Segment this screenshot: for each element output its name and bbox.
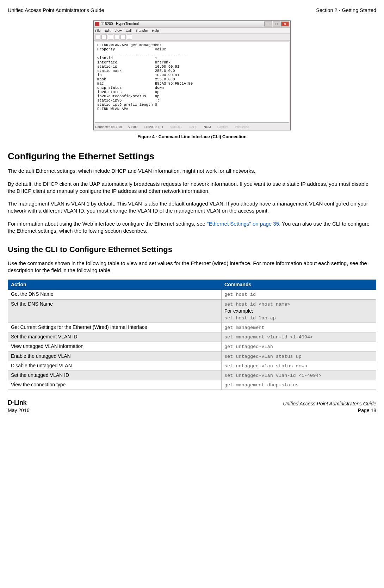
table-row: Get the DNS Name get host id	[8, 290, 376, 299]
col-commands: Commands	[222, 280, 376, 290]
toolbar-icon[interactable]	[101, 35, 107, 39]
cell-action: Enable the untagged VLAN	[8, 351, 222, 361]
cell-action: View the connection type	[8, 380, 222, 390]
table-row: Disable the untagged VLAN set untagged-v…	[8, 361, 376, 370]
toolbar-icon[interactable]	[127, 35, 132, 39]
toolbar-icon[interactable]	[95, 35, 100, 39]
col-action: Action	[8, 280, 222, 290]
footer-right: Unified Access Point Administrator's Gui…	[283, 400, 376, 414]
app-icon	[95, 22, 99, 26]
figure-caption: Figure 4 - Command Line Interface (CLI) …	[8, 134, 376, 140]
text: For information about using the Web inte…	[8, 221, 207, 227]
figure-cli: 115200 - HyperTerminal — □ ✕ File Edit V…	[8, 20, 376, 140]
table-row: Enable the untagged VLAN set untagged-vl…	[8, 351, 376, 361]
toolbar-icon[interactable]	[108, 35, 113, 39]
menu-file[interactable]: File	[95, 29, 100, 32]
minimize-button[interactable]: —	[264, 22, 272, 26]
table-header-row: Action Commands	[8, 280, 376, 290]
toolbar-icon[interactable]	[120, 35, 126, 39]
paragraph: The default Ethernet settings, which inc…	[8, 167, 376, 174]
cmd-text: get management dhcp-status	[224, 382, 299, 388]
heading-configuring: Configuring the Ethernet Settings	[8, 150, 376, 163]
cell-command: get host id	[222, 290, 376, 299]
footer-left: D-Link May 2016	[8, 398, 29, 414]
status-caps: CAPS	[189, 125, 198, 129]
status-num: NUM	[204, 125, 211, 129]
window-titlebar: 115200 - HyperTerminal — □ ✕	[94, 21, 290, 28]
heading-using-cli: Using the CLI to Configure Ethernet Sett…	[8, 244, 376, 255]
plain-text: For example:	[224, 308, 253, 314]
page-footer: D-Link May 2016 Unified Access Point Adm…	[8, 398, 376, 414]
window-controls: — □ ✕	[264, 22, 289, 26]
menu-help[interactable]: Help	[152, 29, 159, 32]
menu-transfer[interactable]: Transfer	[136, 29, 148, 32]
cmd-text: set untagged-vlan vlan-id <1-4094>	[224, 373, 321, 378]
close-button[interactable]: ✕	[281, 22, 289, 26]
cell-action: Get the DNS Name	[8, 290, 222, 299]
cell-command: get management	[222, 323, 376, 332]
cell-command: set untagged-vlan status down	[222, 361, 376, 370]
footer-date: May 2016	[8, 407, 29, 414]
header-right: Section 2 - Getting Started	[316, 7, 376, 14]
cmd-text: get management	[224, 325, 264, 330]
page-header: Unified Access Point Administrator's Gui…	[8, 7, 376, 14]
status-connected: Connected 0:11:10	[95, 125, 122, 129]
terminal-output: DLINK-WLAN-AP# get management Property V…	[95, 42, 289, 123]
header-left: Unified Access Point Administrator's Gui…	[8, 7, 104, 14]
table-row: Get Current Settings for the Ethernet (W…	[8, 323, 376, 332]
table-row: Set the untagged VLAN ID set untagged-vl…	[8, 370, 376, 380]
cmd-text: get untagged-vlan	[224, 344, 273, 349]
cmd-text: set management vlan-id <1-4094>	[224, 335, 313, 340]
menu-call[interactable]: Call	[126, 29, 131, 32]
status-bar: Connected 0:11:10 VT100 115200 8-N-1 SCR…	[94, 124, 290, 130]
cell-action: Disable the untagged VLAN	[8, 361, 222, 370]
commands-table: Action Commands Get the DNS Name get hos…	[8, 280, 376, 390]
footer-doc-title: Unified Access Point Administrator's Gui…	[283, 400, 376, 407]
table-row: Set the management VLAN ID set managemen…	[8, 332, 376, 342]
status-scroll: SCROLL	[170, 125, 182, 129]
table-row: Set the DNS Name set host id <host_name>…	[8, 299, 376, 323]
cell-action: View untagged VLAN information	[8, 342, 222, 351]
menu-edit[interactable]: Edit	[105, 29, 110, 32]
toolbar-icon[interactable]	[114, 35, 119, 39]
cmd-text: set host id lab-ap	[224, 316, 276, 321]
cell-command: set untagged-vlan status up	[222, 351, 376, 361]
table-row: View untagged VLAN information get untag…	[8, 342, 376, 351]
paragraph: The management VLAN is VLAN 1 by default…	[8, 200, 376, 215]
status-capture: Capture	[217, 125, 229, 129]
status-baud: 115200 8-N-1	[144, 125, 163, 129]
cell-action: Set the DNS Name	[8, 299, 222, 323]
cmd-text: set untagged-vlan status down	[224, 363, 307, 369]
toolbar	[94, 34, 290, 41]
cmd-text: get host id	[224, 292, 256, 297]
paragraph: Use the commands shown in the following …	[8, 260, 376, 274]
cmd-text: set host id <host_name>	[224, 302, 290, 307]
cross-reference-link[interactable]: "Ethernet Settings" on page 35.	[207, 221, 280, 227]
cell-action: Set the management VLAN ID	[8, 332, 222, 342]
cell-action: Get Current Settings for the Ethernet (W…	[8, 323, 222, 332]
status-term: VT100	[128, 125, 138, 129]
paragraph: For information about using the Web inte…	[8, 220, 376, 235]
cell-action: Set the untagged VLAN ID	[8, 370, 222, 380]
window-title: 115200 - HyperTerminal	[101, 22, 139, 26]
brand-logo: D-Link	[8, 398, 29, 407]
cell-command: set untagged-vlan vlan-id <1-4094>	[222, 370, 376, 380]
menu-view[interactable]: View	[114, 29, 122, 32]
cmd-text: set untagged-vlan status up	[224, 354, 302, 359]
paragraph: By default, the DHCP client on the UAP a…	[8, 180, 376, 195]
cell-command: get untagged-vlan	[222, 342, 376, 351]
maximize-button[interactable]: □	[273, 22, 280, 26]
hyperterminal-window: 115200 - HyperTerminal — □ ✕ File Edit V…	[93, 20, 291, 130]
menu-bar: File Edit View Call Transfer Help	[94, 28, 290, 34]
cell-command: set host id <host_name> For example: set…	[222, 299, 376, 323]
page-number: Page 18	[283, 407, 376, 414]
cell-command: get management dhcp-status	[222, 380, 376, 390]
status-echo: Print echo	[235, 125, 249, 129]
table-row: View the connection type get management …	[8, 380, 376, 390]
cell-command: set management vlan-id <1-4094>	[222, 332, 376, 342]
